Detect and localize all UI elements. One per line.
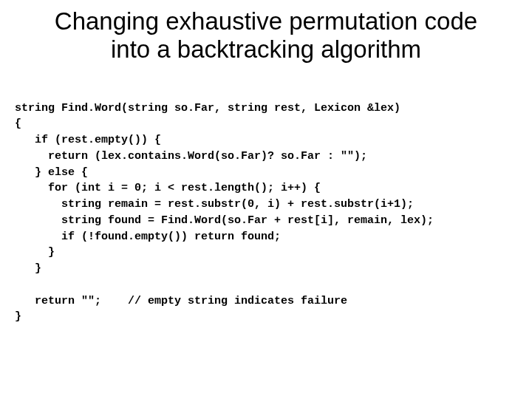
- code-line: if (rest.empty()) {: [15, 134, 161, 146]
- title-line-2: into a backtracking algorithm: [111, 35, 421, 63]
- code-line: {: [15, 117, 21, 130]
- code-line: string remain = rest.substr(0, i) + rest…: [15, 198, 414, 211]
- code-line: string Find.Word(string so.Far, string r…: [15, 102, 400, 115]
- code-line: for (int i = 0; i < rest.length(); i++) …: [15, 182, 321, 194]
- code-line: string found = Find.Word(so.Far + rest[i…: [15, 214, 434, 227]
- code-line: }: [15, 246, 55, 259]
- slide: Changing exhaustive permutation code int…: [0, 0, 532, 399]
- code-line: }: [15, 310, 21, 323]
- code-block: string Find.Word(string so.Far, string r…: [15, 84, 517, 325]
- code-line: }: [15, 262, 41, 275]
- code-line: } else {: [15, 166, 88, 179]
- title-line-1: Changing exhaustive permutation code: [55, 7, 477, 35]
- code-line: if (!found.empty()) return found;: [15, 231, 281, 243]
- code-line: return ""; // empty string indicates fai…: [15, 295, 347, 307]
- slide-title: Changing exhaustive permutation code int…: [15, 7, 517, 64]
- code-line: return (lex.contains.Word(so.Far)? so.Fa…: [15, 150, 367, 163]
